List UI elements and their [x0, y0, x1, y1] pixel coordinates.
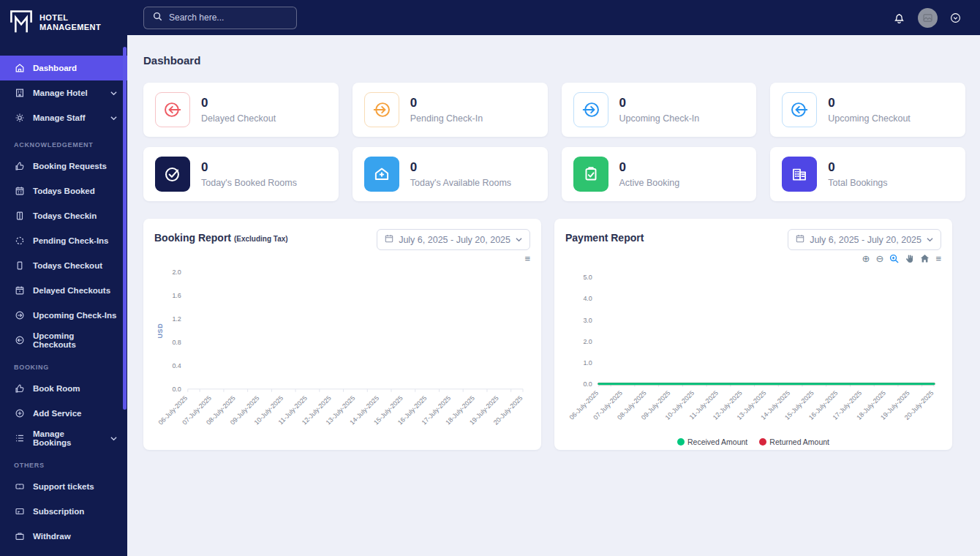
- sidebar-item-subscription[interactable]: Subscription: [0, 499, 127, 524]
- sidebar-item-upcoming-check-ins[interactable]: Upcoming Check-Ins: [0, 303, 127, 328]
- payment-chart-toolbar: ⊕ ⊖ ≡: [565, 252, 941, 265]
- selection-zoom-icon[interactable]: [889, 254, 899, 263]
- section-label-others: OTHERS: [0, 451, 127, 474]
- calendar-icon: [796, 234, 804, 245]
- sidebar-item-label: Todays Booked: [33, 187, 95, 195]
- briefcase-icon: [14, 531, 25, 542]
- stat-card-pending-check-in[interactable]: 0 Pending Check-In: [353, 83, 548, 137]
- home-reset-icon[interactable]: [920, 254, 930, 263]
- svg-text:USD: USD: [157, 323, 164, 339]
- svg-text:2.0: 2.0: [583, 338, 592, 345]
- sidebar-item-add-service[interactable]: Add Service: [0, 401, 127, 426]
- check-circle-icon: [155, 157, 190, 192]
- stat-label: Pending Check-In: [410, 113, 483, 124]
- payment-report-chart[interactable]: 5.04.03.02.01.00.006-July-202507-July-20…: [565, 265, 941, 437]
- stat-label: Active Booking: [619, 178, 680, 188]
- brand-name: HOTEL MANAGEMENT: [39, 13, 101, 32]
- legend-item-received-amount[interactable]: Received Amount: [677, 437, 747, 446]
- notification-bell-icon[interactable]: [893, 11, 905, 24]
- topbar: [127, 0, 980, 35]
- pan-icon[interactable]: [905, 254, 914, 263]
- stat-card-active-booking[interactable]: 0 Active Booking: [562, 147, 757, 201]
- booking-report-subtitle: (Excluding Tax): [234, 235, 288, 243]
- stat-card-todays-booked-rooms[interactable]: 0 Today's Booked Rooms: [143, 147, 339, 201]
- thumbs-up-icon: [14, 383, 25, 394]
- sidebar-item-todays-booked[interactable]: Todays Booked: [0, 179, 127, 203]
- spinner-icon: [14, 236, 25, 247]
- sidebar-item-label: Subscription: [33, 507, 84, 516]
- sidebar-item-label: Pending Check-Ins: [33, 236, 109, 245]
- svg-text:4.0: 4.0: [583, 295, 592, 302]
- chevron-down-icon: [927, 237, 933, 242]
- stat-label: Today's Available Rooms: [410, 178, 511, 188]
- sidebar-item-delayed-checkouts[interactable]: Delayed Checkouts: [0, 278, 127, 303]
- sidebar-item-manage-staff[interactable]: Manage Staff: [0, 105, 127, 130]
- stat-card-upcoming-checkout[interactable]: 0 Upcoming Checkout: [770, 83, 965, 137]
- svg-text:5.0: 5.0: [583, 274, 592, 281]
- search-box[interactable]: [143, 7, 297, 29]
- section-label-booking: BOOKING: [0, 353, 127, 376]
- gear-icon: [14, 113, 25, 124]
- stat-value: 0: [410, 96, 483, 110]
- sidebar-item-label: Upcoming Checkouts: [33, 331, 117, 349]
- sidebar-item-label: Support tickets: [33, 482, 94, 491]
- sidebar-item-label: Withdraw: [33, 532, 71, 541]
- enter-arrow-circle-icon: [364, 92, 399, 127]
- sidebar-item-upcoming-checkouts[interactable]: Upcoming Checkouts: [0, 328, 127, 353]
- sidebar-scrollbar[interactable]: [123, 47, 127, 410]
- menu-icon[interactable]: ≡: [935, 254, 941, 263]
- home-plus-icon: [364, 157, 399, 192]
- booking-date-range-picker[interactable]: July 6, 2025 - July 20, 2025: [377, 229, 530, 250]
- sidebar-item-manage-hotel[interactable]: Manage Hotel: [0, 80, 127, 105]
- stat-value: 0: [828, 96, 911, 110]
- stat-card-todays-available-rooms[interactable]: 0 Today's Available Rooms: [353, 147, 548, 201]
- zoom-out-icon[interactable]: ⊖: [876, 254, 884, 263]
- zoom-in-icon[interactable]: ⊕: [862, 254, 870, 263]
- sidebar-item-label: Todays Checkin: [33, 211, 97, 220]
- stat-label: Today's Booked Rooms: [201, 178, 297, 188]
- thumbs-up-icon: [14, 161, 25, 172]
- svg-text:0.0: 0.0: [172, 386, 181, 393]
- account-dropdown-icon[interactable]: [950, 12, 961, 23]
- door-icon: [14, 260, 25, 271]
- payment-report-panel: Payment Report July 6, 2025 - July 20, 2…: [554, 219, 952, 450]
- date-range-value: July 6, 2025 - July 20, 2025: [399, 235, 510, 245]
- svg-text:0.0: 0.0: [583, 380, 592, 388]
- sidebar-item-manage-bookings[interactable]: Manage Bookings: [0, 426, 127, 451]
- sidebar-item-label: Manage Staff: [33, 113, 86, 122]
- sidebar-item-todays-checkin[interactable]: Todays Checkin: [0, 203, 127, 228]
- calendar-grid-icon: [14, 186, 25, 197]
- sidebar-item-label: Manage Hotel: [33, 89, 88, 97]
- booking-report-chart[interactable]: 2.01.61.20.80.40.0USD06-July-202507-July…: [154, 265, 530, 437]
- stat-value: 0: [619, 160, 680, 175]
- building-icon: [14, 88, 25, 99]
- user-avatar[interactable]: [918, 8, 938, 28]
- sidebar-item-book-room[interactable]: Book Room: [0, 376, 127, 401]
- stat-card-total-bookings[interactable]: 0 Total Bookings: [770, 147, 965, 201]
- sidebar-item-label: Add Service: [33, 409, 81, 418]
- payment-date-range-picker[interactable]: July 6, 2025 - July 20, 2025: [788, 229, 941, 250]
- legend-dot-received: [677, 438, 685, 446]
- stat-card-delayed-checkout[interactable]: 0 Delayed Checkout: [143, 83, 339, 137]
- svg-text:1.6: 1.6: [172, 292, 181, 299]
- plus-circle-icon: [14, 408, 25, 419]
- stat-label: Total Bookings: [828, 178, 887, 188]
- list-icon: [14, 433, 25, 444]
- calendar-icon: [385, 234, 393, 245]
- ticket-icon: [14, 481, 25, 492]
- sidebar-item-withdraw[interactable]: Withdraw: [0, 524, 127, 549]
- booking-chart-toolbar: ≡: [154, 252, 530, 265]
- search-input[interactable]: [169, 12, 287, 23]
- sidebar-item-label: Upcoming Check-Ins: [33, 311, 116, 320]
- sidebar-item-pending-check-ins[interactable]: Pending Check-Ins: [0, 228, 127, 253]
- svg-text:0.8: 0.8: [172, 339, 181, 346]
- legend-dot-returned: [759, 438, 766, 446]
- legend-item-returned-amount[interactable]: Returned Amount: [759, 437, 829, 446]
- sidebar-item-support-tickets[interactable]: Support tickets: [0, 474, 127, 499]
- stat-card-upcoming-check-in[interactable]: 0 Upcoming Check-In: [562, 83, 757, 137]
- menu-icon[interactable]: ≡: [524, 254, 530, 263]
- app-logo[interactable]: HOTEL MANAGEMENT: [0, 0, 127, 44]
- sidebar-item-dashboard[interactable]: Dashboard: [0, 56, 127, 80]
- sidebar-item-todays-checkout[interactable]: Todays Checkout: [0, 253, 127, 278]
- sidebar-item-booking-requests[interactable]: Booking Requests: [0, 154, 127, 179]
